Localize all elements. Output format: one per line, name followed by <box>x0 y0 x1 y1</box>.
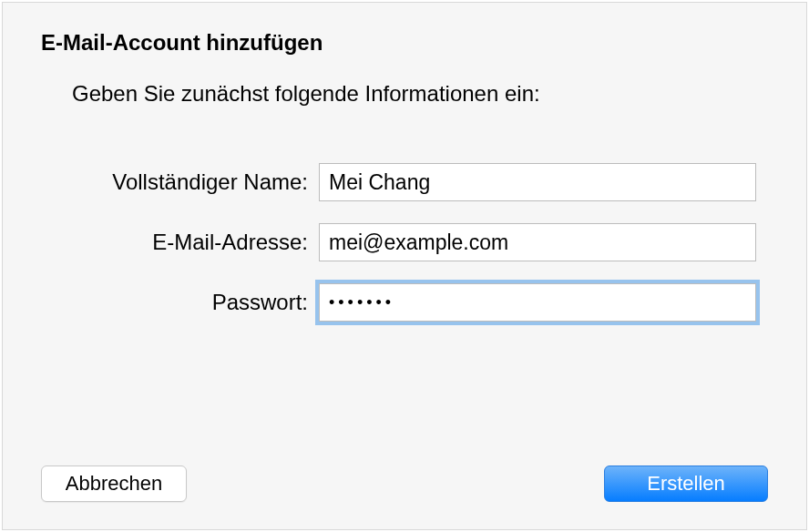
email-label: E-Mail-Adresse: <box>41 230 319 255</box>
dialog-instruction: Geben Sie zunächst folgende Informatione… <box>72 81 768 107</box>
cancel-button[interactable]: Abbrechen <box>41 466 187 502</box>
fullname-input[interactable] <box>319 163 756 201</box>
add-email-account-dialog: E-Mail-Account hinzufügen Geben Sie zunä… <box>2 2 807 530</box>
fullname-label: Vollständiger Name: <box>41 169 319 195</box>
password-row: Passwort: <box>41 283 768 322</box>
password-input[interactable] <box>319 283 756 322</box>
create-button[interactable]: Erstellen <box>604 466 768 502</box>
email-row: E-Mail-Adresse: <box>41 223 768 261</box>
button-row: Abbrechen Erstellen <box>41 466 768 502</box>
dialog-title: E-Mail-Account hinzufügen <box>41 30 768 56</box>
password-label: Passwort: <box>41 290 319 315</box>
email-input[interactable] <box>319 223 756 261</box>
fullname-row: Vollständiger Name: <box>41 163 768 201</box>
